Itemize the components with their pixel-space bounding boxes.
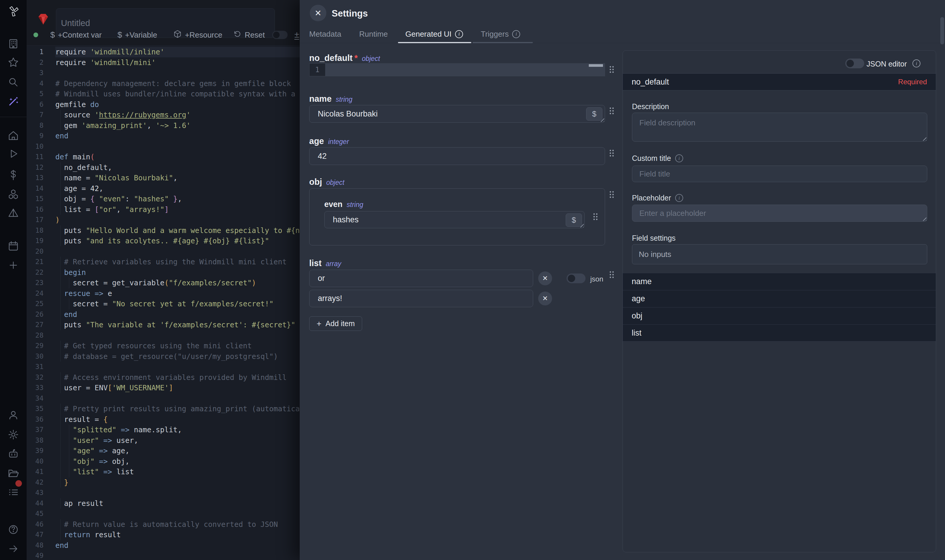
drag-handle-icon[interactable] — [609, 149, 614, 157]
code-line[interactable]: 34 — [27, 393, 300, 404]
code-line[interactable]: 42 } — [27, 477, 300, 488]
resources-boxes-icon[interactable] — [8, 188, 19, 200]
code-line[interactable]: 24 rescue => e — [27, 288, 300, 299]
remove-item-icon[interactable]: ✕ — [538, 271, 552, 285]
code-line[interactable]: 32 # Access environment variables provid… — [27, 372, 300, 383]
folder-open-icon[interactable] — [8, 467, 19, 479]
code-line[interactable]: 6gemfile do — [27, 99, 300, 110]
tab-runtime[interactable]: Runtime — [359, 25, 388, 43]
age-input[interactable]: 42 — [309, 147, 605, 165]
code-line[interactable]: 20 — [27, 246, 300, 257]
code-line[interactable]: 38 "user" => user, — [27, 435, 300, 446]
code-line[interactable]: 28 — [27, 330, 300, 341]
add-plus-icon[interactable] — [8, 259, 19, 271]
description-textarea[interactable]: Field description — [632, 113, 927, 142]
code-line[interactable]: 49 — [27, 551, 300, 560]
code-line[interactable]: 16 list = ["or", "arrays!"] — [27, 204, 300, 215]
code-line[interactable]: 12 no_default, — [27, 162, 300, 173]
drag-handle-icon[interactable] — [609, 271, 614, 278]
windmill-logo-icon[interactable] — [8, 5, 19, 17]
reset-button[interactable]: Reset — [233, 27, 265, 43]
diff-button[interactable]: ± — [294, 27, 299, 43]
list-item-input[interactable]: or — [309, 270, 533, 287]
add-variable-button[interactable]: $ +Variable — [117, 27, 157, 43]
code-line[interactable]: 1require 'windmill/inline' — [27, 47, 300, 57]
code-line[interactable]: 36 result = { — [27, 414, 300, 425]
list-item-input[interactable]: arrays! — [309, 290, 533, 307]
tab-metadata[interactable]: Metadata — [309, 25, 341, 43]
mini-editor-scrollbar[interactable] — [589, 64, 603, 67]
field-row-obj[interactable]: obj — [623, 307, 936, 325]
code-line[interactable]: 39 "age" => age, — [27, 446, 300, 456]
code-line[interactable]: 31 — [27, 362, 300, 372]
favorites-star-icon[interactable] — [8, 57, 19, 68]
connect-variable-button[interactable]: $ — [566, 214, 582, 227]
variables-dollar-icon[interactable] — [8, 169, 19, 181]
json-editor-toggle[interactable] — [845, 58, 864, 68]
resize-handle[interactable] — [921, 135, 927, 141]
user-icon[interactable] — [8, 409, 19, 421]
workspace-building-icon[interactable] — [8, 38, 19, 50]
code-line[interactable]: 40 "obj" => obj, — [27, 456, 300, 467]
drag-handle-icon[interactable] — [609, 191, 614, 198]
code-line[interactable]: 25 secret = "No secret yet at f/examples… — [27, 298, 300, 309]
search-icon[interactable] — [8, 76, 19, 88]
code-line[interactable]: 48end — [27, 540, 300, 551]
audit-list-icon[interactable] — [8, 486, 19, 498]
settings-gear-icon[interactable] — [8, 429, 19, 440]
code-line[interactable]: 4# Dependency management: declare gems i… — [27, 78, 300, 89]
toolbar-toggle[interactable] — [272, 27, 288, 43]
code-line[interactable]: 45 — [27, 509, 300, 519]
code-line[interactable]: 5# Windmill uses bundler/inline compatib… — [27, 89, 300, 99]
expand-arrow-right-icon[interactable] — [8, 543, 19, 555]
code-line[interactable]: 47 return result — [27, 529, 300, 540]
code-line[interactable]: 15 obj = { "even": "hashes" }, — [27, 194, 300, 204]
mini-editor-body[interactable] — [325, 63, 605, 76]
code-line[interactable]: 41 "list" => list — [27, 466, 300, 477]
code-editor[interactable]: 1require 'windmill/inline'2require 'wind… — [27, 45, 300, 560]
tab-generated-ui[interactable]: Generated UIi — [405, 25, 463, 43]
field-row-name[interactable]: name — [623, 273, 936, 290]
drag-handle-icon[interactable] — [609, 66, 614, 73]
json-toggle[interactable] — [567, 274, 586, 283]
info-icon[interactable]: i — [675, 154, 683, 162]
resize-handle[interactable] — [921, 215, 927, 221]
placeholder-input[interactable]: Enter a placeholder — [632, 205, 927, 222]
code-line[interactable]: 10 — [27, 142, 300, 152]
code-line[interactable]: 13 name = "Nicolas Bourbaki", — [27, 173, 300, 183]
calendar-icon[interactable] — [8, 240, 19, 252]
code-line[interactable]: 37 "splitted" => name.split, — [27, 425, 300, 435]
add-resource-button[interactable]: +Resource — [173, 27, 222, 43]
ai-magic-wand-icon[interactable] — [8, 95, 19, 107]
code-line[interactable]: 2require 'windmill/mini' — [27, 57, 300, 68]
code-line[interactable]: 46 # Return value is automatically conve… — [27, 519, 300, 530]
add-context-var-button[interactable]: $ +Context var — [50, 27, 102, 43]
custom-title-input[interactable]: Field title — [632, 166, 927, 182]
code-line[interactable]: 35 # Pretty print results using amazing_… — [27, 404, 300, 414]
code-line[interactable]: 8 gem 'amazing_print', '~> 1.6' — [27, 120, 300, 131]
name-input[interactable]: Nicolas Bourbaki $ — [309, 105, 605, 123]
selected-field-row[interactable]: no_default Required — [623, 74, 936, 90]
code-line[interactable]: 33 user = ENV['WM_USERNAME'] — [27, 383, 300, 393]
code-line[interactable]: 3 — [27, 68, 300, 78]
info-icon[interactable]: i — [675, 194, 683, 202]
even-input[interactable]: hashes $ — [324, 211, 585, 228]
code-line[interactable]: 7 source 'https://rubygems.org' — [27, 110, 300, 120]
modal-scrollbar[interactable] — [940, 17, 944, 45]
robot-icon[interactable] — [8, 448, 19, 460]
code-line[interactable]: 29 # Get typed resources using the mini … — [27, 341, 300, 351]
help-icon[interactable] — [8, 524, 19, 535]
remove-item-icon[interactable]: ✕ — [538, 292, 552, 305]
info-icon[interactable]: i — [913, 59, 920, 68]
home-icon[interactable] — [8, 130, 19, 142]
code-line[interactable]: 26 end — [27, 309, 300, 320]
code-line[interactable]: 44 ap result — [27, 498, 300, 509]
code-line[interactable]: 14 age = 42, — [27, 183, 300, 194]
close-icon[interactable]: ✕ — [310, 5, 326, 21]
code-line[interactable]: 17) — [27, 215, 300, 225]
code-line[interactable]: 30 # database = get_resource("u/user/my_… — [27, 351, 300, 362]
no-default-json-input[interactable]: 1 — [309, 63, 605, 76]
code-line[interactable]: 18 puts "Hello World and a warm welcome … — [27, 225, 300, 236]
tab-triggers[interactable]: Triggersi — [481, 25, 520, 43]
code-line[interactable]: 9end — [27, 131, 300, 142]
